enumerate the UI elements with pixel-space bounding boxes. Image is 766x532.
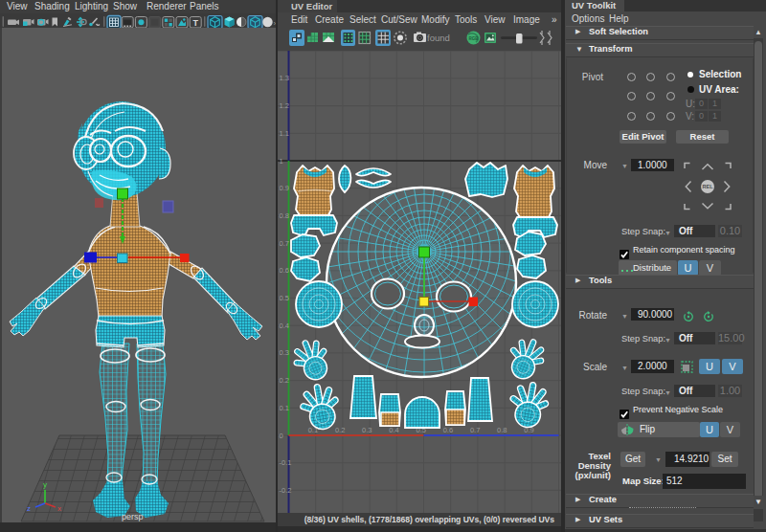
svg-text:T: T — [192, 18, 198, 28]
svg-text:1.2: 1.2 — [280, 101, 289, 110]
svg-text:0.9: 0.9 — [280, 184, 289, 192]
svg-text:-0.2: -0.2 — [280, 486, 292, 495]
svg-text:persp: persp — [122, 512, 144, 521]
svg-text:0: 0 — [280, 432, 283, 440]
svg-text:0.6: 0.6 — [280, 266, 289, 275]
svg-text:REL: REL — [703, 184, 714, 189]
svg-text:RGB: RGB — [469, 36, 480, 41]
svg-text:0.4: 0.4 — [389, 426, 398, 434]
svg-text:0.8: 0.8 — [497, 426, 507, 434]
svg-text:0.1: 0.1 — [280, 404, 289, 412]
svg-text:z: z — [27, 504, 31, 513]
svg-text:0.2: 0.2 — [280, 376, 289, 385]
svg-text:0.7: 0.7 — [280, 239, 289, 248]
svg-text:found: found — [427, 33, 450, 43]
svg-text:1: 1 — [280, 157, 283, 166]
svg-text:0.8: 0.8 — [280, 211, 289, 220]
svg-text:0.2: 0.2 — [335, 426, 345, 434]
svg-text:0.7: 0.7 — [470, 426, 480, 434]
svg-text:1.3: 1.3 — [280, 74, 289, 82]
svg-text:0.3: 0.3 — [362, 426, 372, 434]
svg-text:0.4: 0.4 — [280, 321, 289, 330]
svg-text:0.5: 0.5 — [280, 294, 289, 302]
svg-text:1.1: 1.1 — [280, 129, 289, 138]
svg-text:-0.1: -0.1 — [280, 458, 292, 467]
svg-text:x: x — [57, 504, 61, 513]
svg-text:y: y — [43, 480, 47, 489]
svg-text:0.3: 0.3 — [280, 348, 289, 357]
svg-text:0.6: 0.6 — [443, 426, 453, 434]
